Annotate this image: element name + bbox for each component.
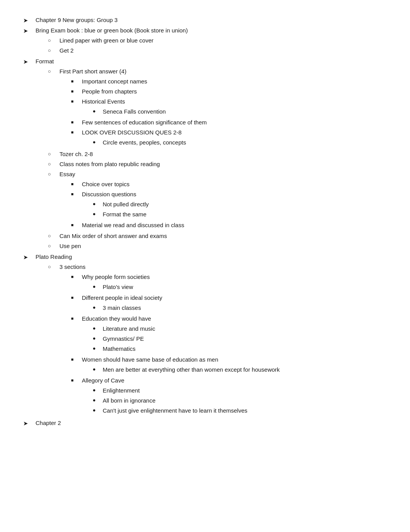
l3-text: Material we read and discussed in class	[82, 221, 371, 230]
l2-text: Tozer ch. 2-8	[59, 150, 371, 159]
l3-marker-icon: ■	[71, 77, 80, 85]
l2-marker-icon: ○	[48, 160, 58, 168]
l4-list: ● 3 main classes	[93, 303, 371, 313]
list-item: ● All born in ignorance	[93, 396, 371, 405]
l2-text: 3 sections ■ Why people form societies ●	[59, 262, 371, 417]
l2-text: Can Mix order of short answer and exams	[59, 231, 371, 241]
l4-list: ● Circle events, peoples, concepts	[93, 138, 371, 147]
l2-marker-icon: ○	[48, 67, 58, 76]
list-item: ● Can't just give enlightenment have to …	[93, 406, 371, 415]
l3-text: Important concept names	[82, 77, 371, 86]
l3-marker-icon: ■	[71, 355, 80, 363]
list-item: ➤ Bring Exam book : blue or green book (…	[23, 26, 371, 56]
l4-marker-icon: ●	[93, 210, 101, 218]
l1-text: Format ○ First Part short answer (4) ■ I…	[36, 57, 371, 252]
l3-list: ■ Why people form societies ● Plato's vi…	[71, 272, 371, 416]
l4-marker-icon: ●	[93, 344, 101, 353]
list-item: ○ Essay ■ Choice over topics ■	[48, 170, 371, 231]
list-item: ➤ Format ○ First Part short answer (4) ■…	[23, 57, 371, 252]
l4-marker-icon: ●	[93, 386, 101, 394]
l4-marker-icon: ●	[93, 324, 101, 333]
l3-text: Women should have same base of education…	[82, 355, 371, 375]
l3-list: ■ Choice over topics ■ Discussion questi…	[71, 180, 371, 230]
l3-marker-icon: ■	[71, 97, 80, 105]
l2-text: Lined paper with green or blue cover	[59, 36, 371, 45]
l3-text: Few sentences of education significance …	[82, 118, 371, 127]
l1-text: Bring Exam book : blue or green book (Bo…	[36, 26, 371, 56]
list-item: ■ Why people form societies ● Plato's vi…	[71, 272, 371, 292]
l4-text: Seneca Falls convention	[103, 107, 371, 116]
list-item: ■ Different people in ideal society ● 3 …	[71, 293, 371, 313]
list-item: ■ Historical Events ● Seneca Falls conve…	[71, 97, 371, 117]
list-item: ○ 3 sections ■ Why people form societies	[48, 262, 371, 417]
l2-marker-icon: ○	[48, 262, 58, 271]
l4-marker-icon: ●	[93, 282, 101, 291]
l2-list: ○ Lined paper with green or blue cover ○…	[48, 36, 371, 55]
list-item: ■ Allegory of Cave ● Enlightenment	[71, 376, 371, 416]
l1-marker-icon: ➤	[23, 57, 34, 66]
l4-marker-icon: ●	[93, 138, 101, 146]
l4-text: Mathematics	[103, 344, 371, 354]
list-item: ● Men are better at everything other tha…	[93, 365, 371, 374]
l3-marker-icon: ■	[71, 190, 80, 198]
l3-text: Why people form societies ● Plato's view	[82, 272, 371, 292]
l3-text: LOOK OVER DISCUSSION QUES 2-8 ● Circle e…	[82, 128, 371, 148]
list-item: ➤ Chapter 2	[23, 418, 371, 428]
l3-marker-icon: ■	[71, 376, 80, 384]
l4-text: 3 main classes	[103, 303, 371, 313]
l2-list: ○ 3 sections ■ Why people form societies	[48, 262, 371, 417]
list-item: ■ Discussion questions ● Not pulled dire…	[71, 190, 371, 220]
l2-text: Class notes from plato republic reading	[59, 160, 371, 169]
l3-marker-icon: ■	[71, 128, 80, 136]
l4-text: Literature and music	[103, 324, 371, 333]
l3-list: ■ Important concept names ■ People from …	[71, 77, 371, 148]
list-item: ● Literature and music	[93, 324, 371, 333]
l3-marker-icon: ■	[71, 221, 80, 229]
l3-text: Discussion questions ● Not pulled direct…	[82, 190, 371, 220]
l2-marker-icon: ○	[48, 170, 58, 178]
l3-text: Allegory of Cave ● Enlightenment ●	[82, 376, 371, 416]
l3-text: Choice over topics	[82, 180, 371, 189]
l4-text: Circle events, peoples, concepts	[103, 138, 371, 147]
l4-marker-icon: ●	[93, 365, 101, 374]
l4-text: Men are better at everything other than …	[103, 365, 371, 374]
l3-marker-icon: ■	[71, 293, 80, 301]
l3-text: Different people in ideal society ● 3 ma…	[82, 293, 371, 313]
list-item: ■ Women should have same base of educati…	[71, 355, 371, 375]
l3-marker-icon: ■	[71, 87, 80, 95]
list-item: ● Mathematics	[93, 344, 371, 354]
list-item: ● Seneca Falls convention	[93, 107, 371, 116]
list-item: ■ LOOK OVER DISCUSSION QUES 2-8 ● Circle…	[71, 128, 371, 148]
list-item: ○ Can Mix order of short answer and exam…	[48, 231, 371, 241]
l4-text: Format the same	[103, 210, 371, 219]
l1-text: Plato Reading ○ 3 sections ■ Why people …	[36, 252, 371, 418]
l3-marker-icon: ■	[71, 272, 80, 280]
l2-list: ○ First Part short answer (4) ■ Importan…	[48, 67, 371, 251]
l4-marker-icon: ●	[93, 334, 101, 343]
l4-marker-icon: ●	[93, 406, 101, 415]
l3-marker-icon: ■	[71, 118, 80, 126]
l1-text: Chapter 9 New groups: Group 3	[36, 15, 371, 25]
list-item: ■ Material we read and discussed in clas…	[71, 221, 371, 230]
l4-list: ● Men are better at everything other tha…	[93, 365, 371, 374]
l1-marker-icon: ➤	[23, 418, 34, 428]
l1-marker-icon: ➤	[23, 252, 34, 262]
l4-text: Not pulled directly	[103, 200, 371, 209]
list-item: ■ Education they would have ● Literature…	[71, 314, 371, 354]
list-item: ● Plato's view	[93, 282, 371, 292]
l4-marker-icon: ●	[93, 200, 101, 208]
l4-text: Gymnastics/ PE	[103, 334, 371, 343]
l2-text: Use pen	[59, 241, 371, 251]
l4-marker-icon: ●	[93, 396, 101, 405]
l2-marker-icon: ○	[48, 36, 58, 45]
list-item: ■ Important concept names	[71, 77, 371, 86]
l2-marker-icon: ○	[48, 231, 58, 240]
list-item: ● Not pulled directly	[93, 200, 371, 209]
l2-marker-icon: ○	[48, 150, 58, 158]
l2-text: Get 2	[59, 46, 371, 55]
list-item: ○ Use pen	[48, 241, 371, 251]
list-item: ○ Class notes from plato republic readin…	[48, 160, 371, 169]
list-item: ● Enlightenment	[93, 386, 371, 395]
list-item: ○ First Part short answer (4) ■ Importan…	[48, 67, 371, 149]
list-item: ➤ Plato Reading ○ 3 sections ■ Why	[23, 252, 371, 418]
